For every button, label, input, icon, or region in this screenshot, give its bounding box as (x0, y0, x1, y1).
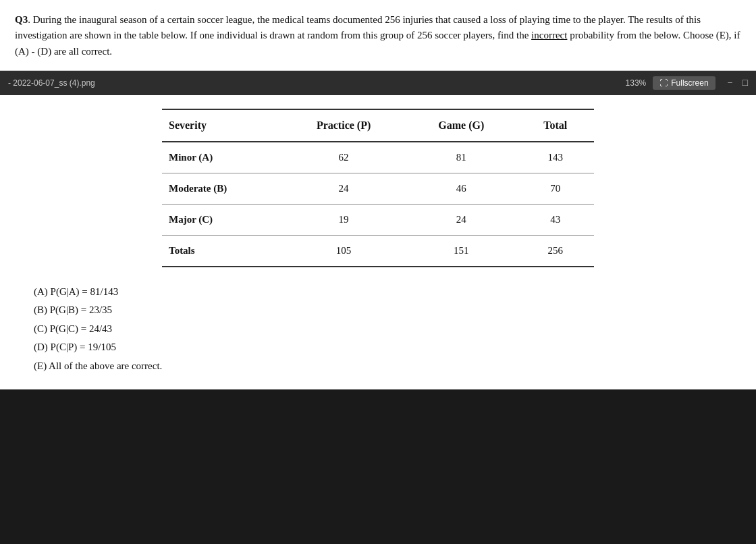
cell-game: 81 (406, 142, 517, 173)
option-a-text: (A) P(G|A) = 81/143 (34, 286, 118, 297)
option-c: (C) P(G|C) = 24/43 (34, 321, 162, 338)
cell-game: 151 (406, 235, 517, 267)
option-e-text: (E) All of the above are correct. (34, 360, 162, 371)
cell-total: 70 (517, 173, 594, 204)
cell-practice: 62 (281, 142, 406, 173)
option-e: (E) All of the above are correct. (34, 358, 162, 375)
cell-practice: 19 (281, 204, 406, 235)
cell-game: 46 (406, 173, 517, 204)
table-body: Minor (A)6281143Moderate (B)244670Major … (162, 142, 594, 267)
option-b-text: (B) P(G|B) = 23/35 (34, 304, 112, 315)
fullscreen-button[interactable]: ⛶ Fullscreen (653, 76, 715, 90)
option-b: (B) P(G|B) = 23/35 (34, 302, 162, 319)
option-d: (D) P(C|P) = 19/105 (34, 339, 162, 356)
option-a: (A) P(G|A) = 81/143 (34, 283, 162, 301)
cell-practice: 24 (281, 173, 406, 204)
cell-total: 43 (517, 204, 594, 235)
minimize-button[interactable]: − (728, 78, 733, 88)
fullscreen-label: Fullscreen (671, 78, 708, 88)
content-area: Severity Practice (P) Game (G) Total Min… (0, 95, 756, 390)
cell-severity: Major (C) (162, 204, 281, 235)
cell-practice: 105 (281, 235, 406, 267)
toolbar: - 2022-06-07_ss (4).png 133% ⛶ Fullscree… (0, 71, 756, 95)
window-controls: − □ (728, 78, 748, 88)
cell-total: 143 (517, 142, 594, 173)
cell-total: 256 (517, 235, 594, 267)
cell-game: 24 (406, 204, 517, 235)
question-area: Q3. During the inaugural season of a cer… (0, 0, 756, 71)
option-c-text: (C) P(G|C) = 24/43 (34, 323, 112, 334)
table-row: Moderate (B)244670 (162, 173, 594, 204)
col-header-game: Game (G) (406, 109, 517, 142)
option-d-text: (D) P(C|P) = 19/105 (34, 342, 116, 352)
table-row: Major (C)192443 (162, 204, 594, 235)
underline-text: incorrect (531, 30, 567, 40)
maximize-button[interactable]: □ (742, 78, 748, 88)
cell-severity: Minor (A) (162, 142, 281, 173)
zoom-label: 133% (626, 78, 647, 88)
table-wrapper: Severity Practice (P) Game (G) Total Min… (27, 109, 729, 267)
question-number: Q3 (15, 14, 28, 25)
options-area: (A) P(G|A) = 81/143 (B) P(G|B) = 23/35 (… (27, 283, 169, 377)
filename-label: - 2022-06-07_ss (4).png (8, 78, 95, 88)
table-row: Minor (A)6281143 (162, 142, 594, 173)
toolbar-right: 133% ⛶ Fullscreen − □ (626, 76, 748, 90)
col-header-severity: Severity (162, 109, 281, 142)
fullscreen-icon: ⛶ (659, 78, 668, 88)
table-header-row: Severity Practice (P) Game (G) Total (162, 109, 594, 142)
col-header-practice: Practice (P) (281, 109, 406, 142)
table-row: Totals105151256 (162, 235, 594, 267)
cell-severity: Totals (162, 235, 281, 267)
question-text: Q3. During the inaugural season of a cer… (15, 12, 741, 59)
col-header-total: Total (517, 109, 594, 142)
cell-severity: Moderate (B) (162, 173, 281, 204)
data-table: Severity Practice (P) Game (G) Total Min… (162, 109, 594, 267)
